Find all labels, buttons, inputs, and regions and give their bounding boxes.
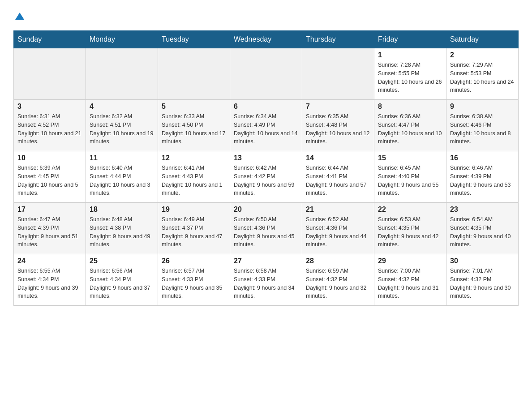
day-info: Sunrise: 6:44 AMSunset: 4:41 PMDaylight:… [306, 164, 370, 197]
calendar-cell-5-6: 29Sunrise: 7:00 AMSunset: 4:32 PMDayligh… [374, 254, 446, 306]
day-number: 19 [162, 206, 226, 214]
weekday-header-sunday: Sunday [14, 31, 86, 48]
day-number: 14 [306, 154, 370, 162]
calendar-cell-1-2 [86, 48, 158, 100]
day-info: Sunrise: 6:55 AMSunset: 4:34 PMDaylight:… [17, 267, 82, 300]
day-number: 25 [90, 257, 154, 265]
calendar-cell-1-6: 1Sunrise: 7:28 AMSunset: 5:55 PMDaylight… [374, 48, 446, 100]
day-info: Sunrise: 6:53 AMSunset: 4:35 PMDaylight:… [378, 215, 442, 249]
day-info: Sunrise: 6:35 AMSunset: 4:48 PMDaylight:… [306, 112, 370, 146]
calendar-cell-2-4: 6Sunrise: 6:34 AMSunset: 4:49 PMDaylight… [230, 100, 302, 151]
day-number: 7 [306, 103, 370, 111]
day-number: 28 [306, 257, 370, 265]
weekday-header-monday: Monday [86, 31, 158, 48]
day-number: 23 [450, 206, 515, 214]
calendar-cell-3-2: 11Sunrise: 6:40 AMSunset: 4:44 PMDayligh… [86, 151, 158, 203]
calendar-cell-3-6: 15Sunrise: 6:45 AMSunset: 4:40 PMDayligh… [374, 151, 446, 203]
day-number: 1 [378, 51, 442, 59]
calendar-cell-4-6: 22Sunrise: 6:53 AMSunset: 4:35 PMDayligh… [374, 203, 446, 254]
week-row-4: 17Sunrise: 6:47 AMSunset: 4:39 PMDayligh… [14, 203, 519, 254]
weekday-header-tuesday: Tuesday [158, 31, 230, 48]
calendar-cell-5-1: 24Sunrise: 6:55 AMSunset: 4:34 PMDayligh… [14, 254, 86, 306]
calendar-cell-1-4 [230, 48, 302, 100]
calendar-cell-2-2: 4Sunrise: 6:32 AMSunset: 4:51 PMDaylight… [86, 100, 158, 151]
day-number: 20 [234, 206, 298, 214]
day-number: 2 [450, 51, 515, 59]
calendar-cell-4-4: 20Sunrise: 6:50 AMSunset: 4:36 PMDayligh… [230, 203, 302, 254]
calendar-cell-3-7: 16Sunrise: 6:46 AMSunset: 4:39 PMDayligh… [446, 151, 519, 203]
calendar-cell-2-7: 9Sunrise: 6:38 AMSunset: 4:46 PMDaylight… [446, 100, 519, 151]
calendar-cell-3-1: 10Sunrise: 6:39 AMSunset: 4:45 PMDayligh… [14, 151, 86, 203]
weekday-header-friday: Friday [374, 31, 446, 48]
day-info: Sunrise: 6:58 AMSunset: 4:33 PMDaylight:… [234, 267, 298, 300]
day-info: Sunrise: 6:49 AMSunset: 4:37 PMDaylight:… [162, 215, 226, 249]
calendar-cell-4-1: 17Sunrise: 6:47 AMSunset: 4:39 PMDayligh… [14, 203, 86, 254]
day-number: 26 [162, 257, 226, 265]
week-row-2: 3Sunrise: 6:31 AMSunset: 4:52 PMDaylight… [14, 100, 519, 151]
day-number: 6 [234, 103, 298, 111]
day-number: 13 [234, 154, 298, 162]
day-info: Sunrise: 6:45 AMSunset: 4:40 PMDaylight:… [378, 164, 442, 197]
calendar-cell-4-3: 19Sunrise: 6:49 AMSunset: 4:37 PMDayligh… [158, 203, 230, 254]
calendar-cell-1-7: 2Sunrise: 7:29 AMSunset: 5:53 PMDaylight… [446, 48, 519, 100]
day-info: Sunrise: 6:39 AMSunset: 4:45 PMDaylight:… [17, 164, 82, 197]
day-number: 5 [162, 103, 226, 111]
calendar-cell-3-4: 13Sunrise: 6:42 AMSunset: 4:42 PMDayligh… [230, 151, 302, 203]
calendar-cell-2-5: 7Sunrise: 6:35 AMSunset: 4:48 PMDaylight… [302, 100, 374, 151]
calendar-cell-1-3 [158, 48, 230, 100]
weekday-header-row: SundayMondayTuesdayWednesdayThursdayFrid… [14, 31, 519, 48]
day-info: Sunrise: 7:28 AMSunset: 5:55 PMDaylight:… [378, 61, 442, 94]
day-info: Sunrise: 6:54 AMSunset: 4:35 PMDaylight:… [450, 215, 515, 249]
logo-general-text [13, 9, 24, 21]
day-info: Sunrise: 6:36 AMSunset: 4:47 PMDaylight:… [378, 112, 442, 146]
day-number: 24 [17, 257, 82, 265]
page-header [13, 9, 519, 21]
calendar-cell-1-1 [14, 48, 86, 100]
calendar-cell-4-5: 21Sunrise: 6:52 AMSunset: 4:36 PMDayligh… [302, 203, 374, 254]
calendar-cell-5-2: 25Sunrise: 6:56 AMSunset: 4:34 PMDayligh… [86, 254, 158, 306]
calendar-cell-3-3: 12Sunrise: 6:41 AMSunset: 4:43 PMDayligh… [158, 151, 230, 203]
calendar-cell-2-1: 3Sunrise: 6:31 AMSunset: 4:52 PMDaylight… [14, 100, 86, 151]
calendar-cell-2-6: 8Sunrise: 6:36 AMSunset: 4:47 PMDaylight… [374, 100, 446, 151]
day-number: 4 [90, 103, 154, 111]
calendar-cell-4-2: 18Sunrise: 6:48 AMSunset: 4:38 PMDayligh… [86, 203, 158, 254]
calendar-cell-5-3: 26Sunrise: 6:57 AMSunset: 4:33 PMDayligh… [158, 254, 230, 306]
calendar-cell-3-5: 14Sunrise: 6:44 AMSunset: 4:41 PMDayligh… [302, 151, 374, 203]
calendar-cell-5-7: 30Sunrise: 7:01 AMSunset: 4:32 PMDayligh… [446, 254, 519, 306]
day-info: Sunrise: 6:57 AMSunset: 4:33 PMDaylight:… [162, 267, 226, 300]
weekday-header-saturday: Saturday [446, 31, 519, 48]
day-info: Sunrise: 6:47 AMSunset: 4:39 PMDaylight:… [17, 215, 82, 249]
day-number: 29 [378, 257, 442, 265]
day-info: Sunrise: 6:46 AMSunset: 4:39 PMDaylight:… [450, 164, 515, 197]
day-number: 10 [17, 154, 82, 162]
week-row-5: 24Sunrise: 6:55 AMSunset: 4:34 PMDayligh… [14, 254, 519, 306]
day-number: 22 [378, 206, 442, 214]
week-row-1: 1Sunrise: 7:28 AMSunset: 5:55 PMDaylight… [14, 48, 519, 100]
day-info: Sunrise: 7:00 AMSunset: 4:32 PMDaylight:… [378, 267, 442, 300]
day-number: 11 [90, 154, 154, 162]
day-number: 17 [17, 206, 82, 214]
day-info: Sunrise: 6:48 AMSunset: 4:38 PMDaylight:… [90, 215, 154, 249]
day-info: Sunrise: 6:52 AMSunset: 4:36 PMDaylight:… [306, 215, 370, 249]
day-number: 21 [306, 206, 370, 214]
day-number: 27 [234, 257, 298, 265]
week-row-3: 10Sunrise: 6:39 AMSunset: 4:45 PMDayligh… [14, 151, 519, 203]
day-number: 30 [450, 257, 515, 265]
calendar-cell-5-4: 27Sunrise: 6:58 AMSunset: 4:33 PMDayligh… [230, 254, 302, 306]
weekday-header-thursday: Thursday [302, 31, 374, 48]
day-info: Sunrise: 6:32 AMSunset: 4:51 PMDaylight:… [90, 112, 154, 146]
day-info: Sunrise: 6:31 AMSunset: 4:52 PMDaylight:… [17, 112, 82, 146]
day-number: 18 [90, 206, 154, 214]
day-number: 12 [162, 154, 226, 162]
day-info: Sunrise: 6:33 AMSunset: 4:50 PMDaylight:… [162, 112, 226, 146]
logo [13, 9, 24, 21]
calendar-cell-1-5 [302, 48, 374, 100]
calendar-cell-4-7: 23Sunrise: 6:54 AMSunset: 4:35 PMDayligh… [446, 203, 519, 254]
day-number: 3 [17, 103, 82, 111]
calendar-cell-2-3: 5Sunrise: 6:33 AMSunset: 4:50 PMDaylight… [158, 100, 230, 151]
day-info: Sunrise: 6:34 AMSunset: 4:49 PMDaylight:… [234, 112, 298, 146]
day-info: Sunrise: 6:42 AMSunset: 4:42 PMDaylight:… [234, 164, 298, 197]
day-info: Sunrise: 6:56 AMSunset: 4:34 PMDaylight:… [90, 267, 154, 300]
day-info: Sunrise: 6:40 AMSunset: 4:44 PMDaylight:… [90, 164, 154, 197]
day-number: 9 [450, 103, 515, 111]
